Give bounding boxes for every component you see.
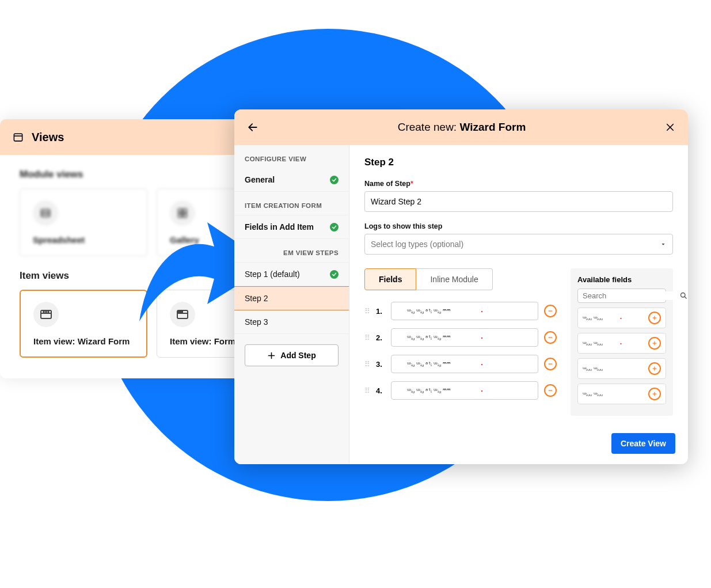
available-search-input[interactable] bbox=[583, 291, 679, 300]
logs-placeholder: Select log types (optional) bbox=[371, 240, 463, 249]
wizard-title: Create new: Wizard Form bbox=[258, 121, 665, 134]
svg-point-29 bbox=[481, 364, 482, 365]
field-seq: 4. bbox=[376, 386, 385, 395]
add-step-label: Add Step bbox=[280, 351, 315, 360]
tab-inline-module[interactable]: Inline Module bbox=[416, 268, 492, 290]
svg-text:ᵚᵢᵤ ᵚᵢᵤ ᵃ ᵗᵢ ᵚᵢᵤ ᵐᵐ: ᵚᵢᵤ ᵚᵢᵤ ᵃ ᵗᵢ ᵚᵢᵤ ᵐᵐ bbox=[407, 361, 451, 367]
svg-text:ᵚᵢᵤᵤ ᵚᵢᵤᵤ: ᵚᵢᵤᵤ ᵚᵢᵤᵤ bbox=[583, 315, 603, 321]
sidebar-item-step1[interactable]: Step 1 (default) bbox=[234, 262, 349, 286]
item-card-label: Item view: Wizard Form bbox=[33, 336, 130, 346]
sidebar-item-label: Step 1 (default) bbox=[245, 270, 300, 279]
field-row: ⠿ 1. ᵚᵢᵤ ᵚᵢᵤ ᵃ ᵗᵢ ᵚᵢᵤ ᵐᵐ bbox=[364, 302, 557, 320]
field-slot[interactable]: ᵚᵢᵤ ᵚᵢᵤ ᵃ ᵗᵢ ᵚᵢᵤ ᵐᵐ bbox=[391, 302, 538, 320]
tabs: Fields Inline Module bbox=[364, 268, 557, 290]
svg-text:ᵚᵢᵤ ᵚᵢᵤ ᵃ ᵗᵢ ᵚᵢᵤ ᵐᵐ: ᵚᵢᵤ ᵚᵢᵤ ᵃ ᵗᵢ ᵚᵢᵤ ᵐᵐ bbox=[407, 387, 451, 394]
svg-rect-0 bbox=[14, 134, 22, 141]
add-field-button[interactable] bbox=[648, 388, 661, 400]
drag-handle-icon[interactable]: ⠿ bbox=[364, 333, 370, 342]
chevron-down-icon bbox=[660, 241, 667, 248]
available-search[interactable] bbox=[577, 289, 666, 303]
remove-field-button[interactable] bbox=[544, 358, 557, 370]
svg-point-37 bbox=[620, 318, 621, 319]
sidebar-item-step2[interactable]: Step 2 bbox=[234, 286, 349, 310]
module-card-label: Spreadsheet bbox=[33, 235, 85, 245]
label-text: Name of Step bbox=[364, 180, 410, 188]
field-seq: 2. bbox=[376, 333, 385, 342]
field-seq: 3. bbox=[376, 360, 385, 369]
drag-handle-icon[interactable]: ⠿ bbox=[364, 307, 370, 316]
sidebar-item-label: Step 2 bbox=[245, 294, 268, 303]
add-field-button[interactable] bbox=[648, 312, 661, 324]
sidebar-item-step3[interactable]: Step 3 bbox=[234, 310, 349, 334]
svg-rect-2 bbox=[41, 209, 50, 217]
sidebar-section-view-steps: EM VIEW STEPS bbox=[234, 239, 349, 262]
available-field-item[interactable]: ᵚᵢᵤᵤ ᵚᵢᵤᵤ bbox=[577, 358, 666, 379]
svg-text:ᵚᵢᵤ ᵚᵢᵤ ᵃ ᵗᵢ ᵚᵢᵤ ᵐᵐ: ᵚᵢᵤ ᵚᵢᵤ ᵃ ᵗᵢ ᵚᵢᵤ ᵐᵐ bbox=[407, 308, 451, 314]
sidebar-section-configure: CONFIGURE VIEW bbox=[234, 145, 349, 168]
search-icon bbox=[679, 291, 688, 300]
check-icon bbox=[330, 270, 339, 279]
sidebar-section-creation-form: ITEM CREATION FORM bbox=[234, 192, 349, 215]
svg-point-32 bbox=[481, 390, 482, 392]
field-slot[interactable]: ᵚᵢᵤ ᵚᵢᵤ ᵃ ᵗᵢ ᵚᵢᵤ ᵐᵐ bbox=[391, 381, 538, 400]
svg-line-35 bbox=[685, 297, 686, 298]
svg-text:ᵚᵢᵤᵤ ᵚᵢᵤᵤ: ᵚᵢᵤᵤ ᵚᵢᵤᵤ bbox=[583, 366, 603, 372]
svg-point-41 bbox=[620, 343, 621, 344]
available-field-item[interactable]: ᵚᵢᵤᵤ ᵚᵢᵤᵤ bbox=[577, 308, 666, 328]
add-field-button[interactable] bbox=[648, 362, 661, 375]
field-row: ⠿ 4. ᵚᵢᵤ ᵚᵢᵤ ᵃ ᵗᵢ ᵚᵢᵤ ᵐᵐ bbox=[364, 381, 557, 400]
svg-point-26 bbox=[481, 337, 482, 339]
field-seq: 1. bbox=[376, 307, 385, 316]
remove-field-button[interactable] bbox=[544, 384, 557, 397]
views-title: Views bbox=[32, 131, 64, 144]
step-heading: Step 2 bbox=[364, 157, 673, 168]
spreadsheet-icon bbox=[39, 207, 52, 219]
item-card-label: Item view: Form bbox=[170, 336, 235, 346]
field-slot[interactable]: ᵚᵢᵤ ᵚᵢᵤ ᵃ ᵗᵢ ᵚᵢᵤ ᵐᵐ bbox=[391, 355, 538, 373]
add-step-button[interactable]: Add Step bbox=[245, 344, 339, 366]
wizard-form-icon bbox=[39, 308, 53, 321]
svg-point-34 bbox=[681, 293, 686, 298]
drag-handle-icon[interactable]: ⠿ bbox=[364, 386, 370, 395]
name-of-step-input[interactable] bbox=[364, 191, 673, 212]
name-of-step-label: Name of Step* bbox=[364, 180, 673, 188]
sidebar-item-fields-add[interactable]: Fields in Add Item bbox=[234, 215, 349, 239]
create-view-button[interactable]: Create View bbox=[611, 433, 675, 454]
wizard-title-prefix: Create new: bbox=[398, 121, 460, 133]
sidebar-item-general[interactable]: General bbox=[234, 168, 349, 192]
back-button[interactable] bbox=[247, 122, 258, 133]
field-row: ⠿ 3. ᵚᵢᵤ ᵚᵢᵤ ᵃ ᵗᵢ ᵚᵢᵤ ᵐᵐ bbox=[364, 355, 557, 373]
logs-select[interactable]: Select log types (optional) bbox=[364, 234, 673, 255]
svg-point-11 bbox=[43, 311, 44, 312]
svg-text:ᵚᵢᵤᵤ ᵚᵢᵤᵤ: ᵚᵢᵤᵤ ᵚᵢᵤᵤ bbox=[583, 391, 603, 397]
sidebar-item-label: Step 3 bbox=[245, 317, 268, 327]
wizard-dialog: Create new: Wizard Form CONFIGURE VIEW G… bbox=[234, 109, 688, 464]
available-field-item[interactable]: ᵚᵢᵤᵤ ᵚᵢᵤᵤ bbox=[577, 333, 666, 354]
sidebar-item-label: General bbox=[245, 175, 275, 184]
available-fields-title: Available fields bbox=[577, 275, 666, 284]
remove-field-button[interactable] bbox=[544, 305, 557, 317]
available-field-item[interactable]: ᵚᵢᵤᵤ ᵚᵢᵤᵤ bbox=[577, 384, 666, 404]
wizard-content: Step 2 Name of Step* Logs to show this s… bbox=[349, 145, 688, 464]
svg-point-12 bbox=[45, 311, 47, 312]
remove-field-button[interactable] bbox=[544, 331, 557, 344]
drag-handle-icon[interactable]: ⠿ bbox=[364, 360, 370, 369]
svg-point-13 bbox=[48, 311, 49, 312]
required-asterisk: * bbox=[410, 180, 413, 188]
field-list: ⠿ 1. ᵚᵢᵤ ᵚᵢᵤ ᵃ ᵗᵢ ᵚᵢᵤ ᵐᵐ ⠿ 2. ᵚᵢᵤ ᵚᵢᵤ ᵃ … bbox=[364, 302, 557, 400]
logs-label: Logs to show this step bbox=[364, 222, 673, 230]
field-row: ⠿ 2. ᵚᵢᵤ ᵚᵢᵤ ᵃ ᵗᵢ ᵚᵢᵤ ᵐᵐ bbox=[364, 328, 557, 347]
window-icon bbox=[13, 132, 24, 143]
field-slot[interactable]: ᵚᵢᵤ ᵚᵢᵤ ᵃ ᵗᵢ ᵚᵢᵤ ᵐᵐ bbox=[391, 328, 538, 347]
check-icon bbox=[330, 223, 339, 232]
svg-text:ᵚᵢᵤ ᵚᵢᵤ ᵃ ᵗᵢ ᵚᵢᵤ ᵐᵐ: ᵚᵢᵤ ᵚᵢᵤ ᵃ ᵗᵢ ᵚᵢᵤ ᵐᵐ bbox=[407, 334, 451, 341]
wizard-title-name: Wizard Form bbox=[459, 121, 526, 133]
tab-fields[interactable]: Fields bbox=[364, 268, 416, 290]
available-fields-panel: Available fields ᵚᵢᵤᵤ ᵚᵢᵤᵤ ᵚᵢᵤᵤ ᵚᵢᵤᵤ ᵚᵢᵤ… bbox=[571, 268, 673, 416]
svg-point-23 bbox=[481, 311, 482, 312]
close-button[interactable] bbox=[665, 122, 675, 132]
svg-text:ᵚᵢᵤᵤ ᵚᵢᵤᵤ: ᵚᵢᵤᵤ ᵚᵢᵤᵤ bbox=[583, 340, 603, 347]
add-field-button[interactable] bbox=[648, 337, 661, 350]
sidebar-item-label: Fields in Add Item bbox=[245, 222, 314, 232]
wizard-sidebar: CONFIGURE VIEW General ITEM CREATION FOR… bbox=[234, 145, 349, 464]
